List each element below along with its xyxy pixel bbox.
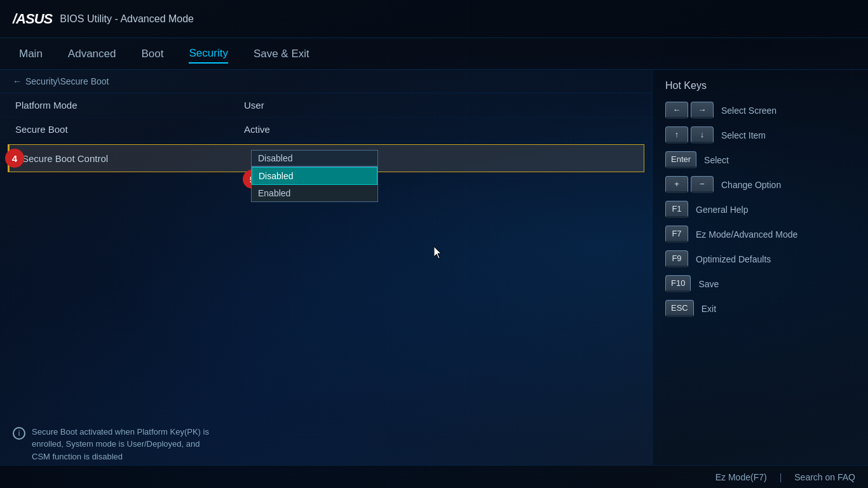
info-icon: i xyxy=(13,427,25,440)
nav-item-advanced[interactable]: Advanced xyxy=(68,45,116,63)
dropdown-container[interactable]: Disabled Disabled Enabled xyxy=(251,150,378,166)
hotkey-keys-f1: F1 xyxy=(665,201,688,218)
key-f1: F1 xyxy=(665,201,688,218)
key-up-arrow: ↑ xyxy=(665,126,688,144)
hotkey-row-select: Enter Select xyxy=(665,151,855,168)
bios-title: BIOS Utility - Advanced Mode xyxy=(60,13,194,25)
key-right-arrow: → xyxy=(691,102,714,119)
dropdown-option-disabled[interactable]: Disabled xyxy=(252,167,377,185)
hotkey-keys-select-item: ↑ ↓ xyxy=(665,126,714,144)
setting-label-secure-boot: Secure Boot xyxy=(15,124,244,135)
dropdown-option-enabled[interactable]: Enabled xyxy=(252,185,377,201)
bottom-bar: Ez Mode(F7) | Search on FAQ xyxy=(0,465,868,488)
hotkey-label-general-help: General Help xyxy=(696,205,749,215)
bottom-divider: | xyxy=(780,472,782,482)
nav-item-boot[interactable]: Boot xyxy=(141,45,163,63)
dropdown-current[interactable]: Disabled xyxy=(251,150,378,166)
hotkey-label-select: Select xyxy=(704,155,729,165)
hotkey-row-select-item: ↑ ↓ Select Item xyxy=(665,126,855,144)
key-enter: Enter xyxy=(665,151,696,168)
key-left-arrow: ← xyxy=(665,102,688,119)
header: /ASUS BIOS Utility - Advanced Mode xyxy=(0,0,868,38)
setting-row-secure-boot-control[interactable]: Secure Boot Control Disabled Disabled En… xyxy=(8,144,644,172)
hotkey-keys-f10: F10 xyxy=(665,275,691,292)
key-f9: F9 xyxy=(665,250,688,268)
hotkey-keys-esc: ESC xyxy=(665,300,694,317)
key-esc: ESC xyxy=(665,300,694,317)
nav-bar: Main Advanced Boot Security Save & Exit xyxy=(0,38,868,70)
setting-label-platform-mode: Platform Mode xyxy=(15,100,244,111)
hotkey-label-select-item: Select Item xyxy=(721,130,766,140)
left-panel: ← Security\Secure Boot Platform Mode Use… xyxy=(0,70,652,465)
info-box: i Secure Boot activated when Platform Ke… xyxy=(13,426,216,463)
breadcrumb-path: Security\Secure Boot xyxy=(25,76,109,86)
hotkey-label-save: Save xyxy=(698,279,719,289)
setting-value-platform-mode: User xyxy=(244,100,264,111)
setting-label-secure-boot-control: Secure Boot Control xyxy=(22,153,251,164)
hotkey-keys-enter: Enter xyxy=(665,151,696,168)
hotkey-keys-plus-minus: + − xyxy=(665,176,714,193)
step-4-badge: 4 xyxy=(5,149,24,168)
asus-logo: /ASUS xyxy=(13,11,52,27)
nav-item-main[interactable]: Main xyxy=(19,45,43,63)
info-text: Secure Boot activated when Platform Key(… xyxy=(32,426,216,463)
setting-value-secure-boot: Active xyxy=(244,124,270,135)
key-f7: F7 xyxy=(665,226,688,243)
hotkey-row-optimized-defaults: F9 Optimized Defaults xyxy=(665,250,855,268)
hotkeys-title: Hot Keys xyxy=(665,80,855,92)
hotkey-label-ez-mode: Ez Mode/Advanced Mode xyxy=(696,229,797,240)
hotkey-row-general-help: F1 General Help xyxy=(665,201,855,218)
hotkey-label-exit: Exit xyxy=(702,304,716,314)
nav-item-save-exit[interactable]: Save & Exit xyxy=(254,45,309,63)
hotkey-row-change-option: + − Change Option xyxy=(665,176,855,193)
hotkey-label-select-screen: Select Screen xyxy=(721,105,776,116)
key-down-arrow: ↓ xyxy=(691,126,714,144)
search-faq-link[interactable]: Search on FAQ xyxy=(794,472,855,482)
hotkey-keys-f7: F7 xyxy=(665,226,688,243)
hotkey-row-save: F10 Save xyxy=(665,275,855,292)
hotkey-row-exit: ESC Exit xyxy=(665,300,855,317)
key-f10: F10 xyxy=(665,275,691,292)
hotkey-row-select-screen: ← → Select Screen xyxy=(665,102,855,119)
hotkey-keys-select-screen: ← → xyxy=(665,102,714,119)
dropdown-menu[interactable]: Disabled Enabled xyxy=(251,166,378,202)
setting-row-secure-boot: Secure Boot Active xyxy=(0,118,652,142)
hotkey-row-ez-mode: F7 Ez Mode/Advanced Mode xyxy=(665,226,855,243)
hotkey-label-optimized-defaults: Optimized Defaults xyxy=(696,254,771,264)
settings-area: Platform Mode User Secure Boot Active 4 … xyxy=(0,93,652,172)
nav-item-security[interactable]: Security xyxy=(189,44,227,64)
breadcrumb: ← Security\Secure Boot xyxy=(0,70,652,93)
dropdown-current-value: Disabled xyxy=(258,153,292,163)
key-minus: − xyxy=(691,176,714,193)
ez-mode-link[interactable]: Ez Mode(F7) xyxy=(715,472,767,482)
key-plus: + xyxy=(665,176,688,193)
hotkey-keys-f9: F9 xyxy=(665,250,688,268)
logo-area: /ASUS BIOS Utility - Advanced Mode xyxy=(13,11,194,27)
right-panel: Hot Keys ← → Select Screen ↑ ↓ Select It… xyxy=(652,70,868,465)
setting-row-platform-mode: Platform Mode User xyxy=(0,93,652,118)
main-area: ← Security\Secure Boot Platform Mode Use… xyxy=(0,70,868,465)
breadcrumb-arrow: ← xyxy=(13,76,22,86)
hotkey-label-change-option: Change Option xyxy=(721,180,781,190)
